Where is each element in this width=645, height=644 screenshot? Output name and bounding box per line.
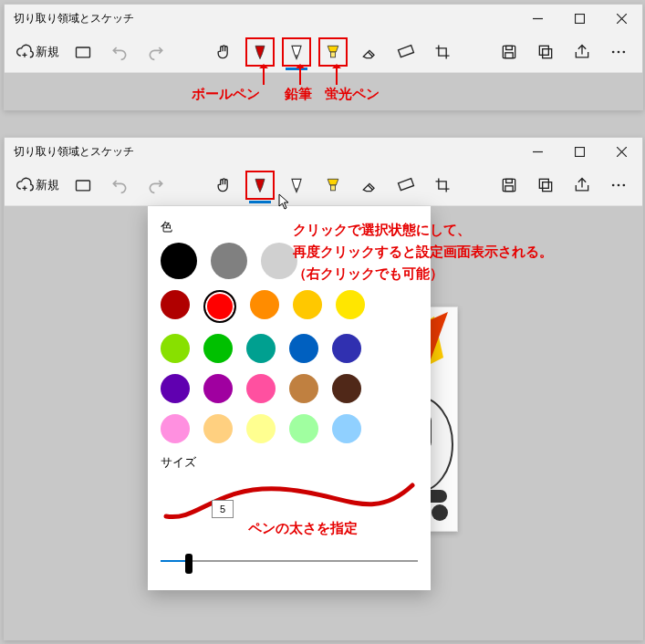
svg-rect-15	[398, 179, 413, 191]
color-swatch[interactable]	[211, 243, 247, 279]
more-button[interactable]	[600, 34, 637, 70]
close-button[interactable]	[600, 5, 642, 32]
undo-button[interactable]	[101, 167, 138, 203]
color-swatch[interactable]	[203, 290, 236, 323]
color-swatch[interactable]	[289, 374, 318, 403]
click-note: クリックで選択状態にして、 再度クリックすると設定画面表示される。 （右クリック…	[293, 219, 553, 285]
touch-write-button[interactable]	[205, 34, 242, 70]
toolbar: 新規	[5, 165, 642, 206]
svg-rect-19	[543, 182, 552, 192]
color-swatch[interactable]	[332, 374, 361, 403]
color-swatch[interactable]	[203, 414, 233, 443]
svg-rect-20	[539, 179, 548, 188]
crop-button[interactable]	[424, 167, 461, 203]
color-swatch[interactable]	[246, 414, 276, 443]
maximize-button[interactable]	[558, 138, 600, 165]
slider-thumb[interactable]	[185, 554, 192, 574]
color-swatch[interactable]	[161, 374, 190, 403]
maximize-button[interactable]	[558, 5, 600, 32]
svg-rect-18	[505, 186, 513, 192]
cloud-add-icon	[16, 176, 34, 194]
save-button[interactable]	[491, 34, 527, 70]
svg-rect-5	[506, 46, 513, 49]
hand-icon	[214, 43, 233, 61]
minimize-button[interactable]	[516, 5, 558, 32]
color-swatch[interactable]	[161, 290, 190, 319]
svg-point-21	[612, 184, 615, 187]
svg-rect-8	[539, 46, 548, 55]
ballpoint-pen-button[interactable]	[242, 167, 278, 203]
color-swatch[interactable]	[261, 243, 297, 279]
eraser-icon	[360, 176, 379, 194]
color-swatch[interactable]	[161, 334, 190, 363]
color-swatch[interactable]	[293, 290, 322, 319]
titlebar: 切り取り領域とスケッチ	[5, 5, 642, 32]
crop-icon	[433, 176, 452, 194]
color-swatch[interactable]	[246, 334, 276, 363]
share-icon	[573, 176, 591, 194]
color-swatch[interactable]	[161, 243, 197, 279]
more-icon	[609, 43, 628, 61]
eraser-icon	[360, 43, 379, 61]
minimize-button[interactable]	[516, 138, 558, 165]
window-title: 切り取り領域とスケッチ	[14, 144, 134, 160]
eraser-button[interactable]	[351, 34, 388, 70]
svg-point-11	[623, 51, 626, 54]
more-button[interactable]	[600, 167, 637, 203]
ruler-button[interactable]	[388, 34, 424, 70]
svg-rect-12	[575, 147, 584, 156]
open-button[interactable]	[65, 167, 101, 203]
titlebar: 切り取り領域とスケッチ	[5, 138, 642, 165]
svg-rect-14	[330, 185, 335, 191]
redo-button[interactable]	[138, 34, 174, 70]
redo-button[interactable]	[138, 167, 174, 203]
color-swatch[interactable]	[289, 334, 318, 363]
crop-button[interactable]	[424, 34, 461, 70]
save-icon	[500, 176, 518, 194]
size-slider[interactable]	[161, 552, 418, 570]
size-note: ペンの太さを指定	[248, 520, 505, 537]
share-button[interactable]	[564, 167, 600, 203]
new-label: 新規	[36, 44, 59, 60]
new-label: 新規	[36, 177, 59, 193]
copy-button[interactable]	[527, 34, 564, 70]
undo-button[interactable]	[101, 34, 138, 70]
eraser-button[interactable]	[351, 167, 388, 203]
svg-rect-2	[330, 52, 335, 57]
arrow-pencil	[299, 65, 301, 85]
window-snip-1: 切り取り領域とスケッチ 新規	[4, 4, 643, 110]
window-buttons	[516, 138, 642, 165]
open-button[interactable]	[65, 34, 101, 70]
ruler-icon	[397, 43, 415, 61]
svg-rect-6	[505, 53, 513, 58]
cloud-add-icon	[16, 43, 34, 61]
hand-icon	[214, 176, 233, 194]
window-title: 切り取り領域とスケッチ	[14, 11, 134, 26]
pen-tip-icon	[251, 176, 269, 194]
color-swatch[interactable]	[332, 334, 361, 363]
redo-icon	[147, 176, 165, 194]
color-swatch[interactable]	[332, 414, 361, 443]
color-swatch[interactable]	[250, 290, 279, 319]
color-swatch[interactable]	[246, 374, 276, 403]
color-swatch[interactable]	[336, 290, 365, 319]
touch-write-button[interactable]	[205, 167, 242, 203]
color-swatch[interactable]	[161, 414, 190, 443]
save-button[interactable]	[491, 167, 527, 203]
svg-point-30	[432, 504, 448, 521]
highlighter-button[interactable]	[315, 167, 351, 203]
new-button[interactable]: 新規	[10, 34, 65, 70]
svg-rect-1	[77, 47, 90, 57]
size-heading: サイズ	[161, 454, 418, 471]
ruler-button[interactable]	[388, 167, 424, 203]
color-swatch[interactable]	[203, 374, 233, 403]
close-button[interactable]	[600, 138, 642, 165]
color-swatch[interactable]	[203, 334, 233, 363]
color-swatch[interactable]	[289, 414, 318, 443]
svg-rect-3	[398, 46, 413, 57]
share-icon	[573, 43, 591, 61]
share-button[interactable]	[564, 34, 600, 70]
svg-rect-17	[506, 179, 513, 182]
new-button[interactable]: 新規	[10, 167, 65, 203]
copy-button[interactable]	[527, 167, 564, 203]
